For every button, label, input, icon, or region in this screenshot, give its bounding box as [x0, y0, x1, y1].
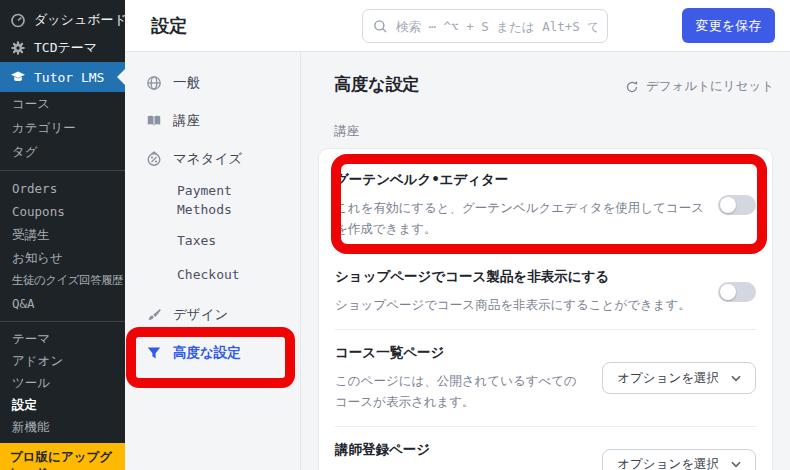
- reset-icon: [625, 80, 639, 94]
- setting-title: ショップページでコース製品を非表示にする: [335, 268, 704, 286]
- hide-course-products-toggle[interactable]: [718, 282, 756, 302]
- settings-nav-payment-methods[interactable]: Payment Methods: [125, 181, 265, 219]
- settings-nav-taxes[interactable]: Taxes: [125, 231, 300, 251]
- setting-row-instructor-registration-page: 講師登録ページ 講師登録のページを選択します。 オプションを選択: [319, 427, 772, 470]
- paintbrush-icon: [146, 307, 162, 323]
- settings-nav-courses[interactable]: 講座: [125, 105, 300, 137]
- settings-nav-design[interactable]: デザイン: [125, 299, 300, 331]
- sidebar-subitem-coupons[interactable]: Coupons: [0, 200, 125, 223]
- sidebar-subitem-theme[interactable]: テーマ: [0, 328, 125, 350]
- reset-label: デフォルトにリセット: [646, 78, 774, 95]
- reset-to-default-link[interactable]: デフォルトにリセット: [625, 78, 774, 95]
- advanced-settings-panel: 高度な設定 デフォルトにリセット 講座 グーテンベルク•エディター これを有効に…: [301, 52, 790, 470]
- setting-row-course-list-page: コース一覧ページ このページには、公開されているすべてのコースが表示されます。 …: [319, 330, 772, 426]
- sidebar-subitem-announcements[interactable]: お知らせ: [0, 246, 125, 269]
- sidebar-subitem-orders[interactable]: Orders: [0, 177, 125, 200]
- sidebar-item-tcd-theme[interactable]: TCDテーマ: [0, 34, 125, 62]
- search-input[interactable]: [396, 19, 597, 34]
- select-value: オプションを選択: [617, 456, 719, 470]
- setting-description: これを有効にすると、グーテンベルクエディタを使用してコースを作成できます。: [335, 197, 704, 239]
- sidebar-item-label: ダッシュボード: [34, 11, 127, 29]
- sidebar-subitem-qa[interactable]: Q&A: [0, 292, 125, 315]
- course-list-page-select[interactable]: オプションを選択: [602, 362, 756, 394]
- sidebar-divider: [0, 321, 125, 322]
- setting-description: このページには、公開されているすべてのコースが表示されます。: [335, 370, 588, 412]
- sidebar-subitem-categories[interactable]: カテゴリー: [0, 116, 125, 140]
- select-value: オプションを選択: [617, 370, 719, 387]
- funnel-filter-icon: [146, 345, 162, 361]
- settings-nav: 一般 講座 マネタイズ Payment Methods Taxes Checko…: [125, 52, 301, 470]
- sidebar-subitem-settings[interactable]: 設定: [0, 394, 125, 416]
- settings-nav-advanced[interactable]: 高度な設定: [125, 337, 300, 369]
- sidebar-subitem-addons[interactable]: アドオン: [0, 350, 125, 372]
- speedometer-icon: [10, 12, 26, 28]
- settings-nav-label: 講座: [173, 112, 200, 130]
- instructor-registration-page-select[interactable]: オプションを選択: [602, 449, 756, 470]
- setting-title: グーテンベルク•エディター: [335, 171, 704, 189]
- chevron-down-icon: [731, 461, 741, 468]
- sidebar-subitem-tools[interactable]: ツール: [0, 372, 125, 394]
- panel-heading: 高度な設定: [334, 73, 419, 96]
- gutenberg-editor-toggle[interactable]: [718, 195, 756, 215]
- settings-search-box: [362, 9, 608, 43]
- setting-title: コース一覧ページ: [335, 344, 588, 362]
- section-label: 講座: [334, 123, 359, 140]
- page-title: 設定: [151, 14, 187, 38]
- sidebar-item-label: Tutor LMS: [34, 70, 104, 85]
- settings-card: グーテンベルク•エディター これを有効にすると、グーテンベルクエディタを使用して…: [318, 148, 773, 470]
- settings-nav-monetization[interactable]: マネタイズ: [125, 143, 300, 175]
- settings-nav-label: 高度な設定: [173, 344, 241, 362]
- sidebar-subitem-students[interactable]: 受講生: [0, 223, 125, 246]
- chevron-down-icon: [731, 375, 741, 382]
- settings-nav-general[interactable]: 一般: [125, 67, 300, 99]
- settings-nav-label: マネタイズ: [173, 150, 242, 168]
- search-icon: [373, 19, 388, 34]
- save-changes-button[interactable]: 変更を保存: [682, 8, 775, 43]
- sidebar-divider: [0, 170, 125, 171]
- settings-nav-checkout[interactable]: Checkout: [125, 265, 300, 285]
- sidebar-subitem-quiz-attempts[interactable]: 生徒のクイズ回答履歴: [0, 269, 125, 292]
- money-percent-icon: [146, 151, 162, 167]
- topbar: 設定 変更を保存: [125, 0, 790, 52]
- book-icon: [146, 113, 162, 129]
- gear-icon: [10, 40, 26, 56]
- settings-nav-label: 一般: [173, 74, 200, 92]
- setting-row-hide-course-products: ショップページでコース製品を非表示にする ショップページでコース商品を非表示にす…: [319, 254, 772, 329]
- tutor-lms-logo-icon: [10, 69, 26, 85]
- setting-title: 講師登録ページ: [335, 441, 588, 459]
- globe-icon: [146, 75, 162, 91]
- wp-admin-sidebar: ダッシュボード TCDテーマ Tutor LMS コース カテゴリー タグ Or…: [0, 0, 125, 470]
- settings-nav-label: デザイン: [173, 306, 228, 324]
- sidebar-item-upgrade-to-pro[interactable]: プロ版にアップグレード: [0, 443, 125, 470]
- setting-description: ショップページでコース商品を非表示にすることができます。: [335, 294, 704, 315]
- setting-row-gutenberg-editor: グーテンベルク•エディター これを有効にすると、グーテンベルクエディタを使用して…: [319, 149, 772, 253]
- sidebar-subitem-tags[interactable]: タグ: [0, 140, 125, 164]
- sidebar-subitem-whats-new[interactable]: 新機能: [0, 416, 125, 438]
- sidebar-subitem-courses[interactable]: コース: [0, 92, 125, 116]
- sidebar-item-dashboard[interactable]: ダッシュボード: [0, 6, 125, 34]
- sidebar-item-tutor-lms[interactable]: Tutor LMS: [0, 62, 125, 92]
- sidebar-item-label: TCDテーマ: [34, 39, 97, 57]
- active-menu-arrow: [117, 69, 125, 85]
